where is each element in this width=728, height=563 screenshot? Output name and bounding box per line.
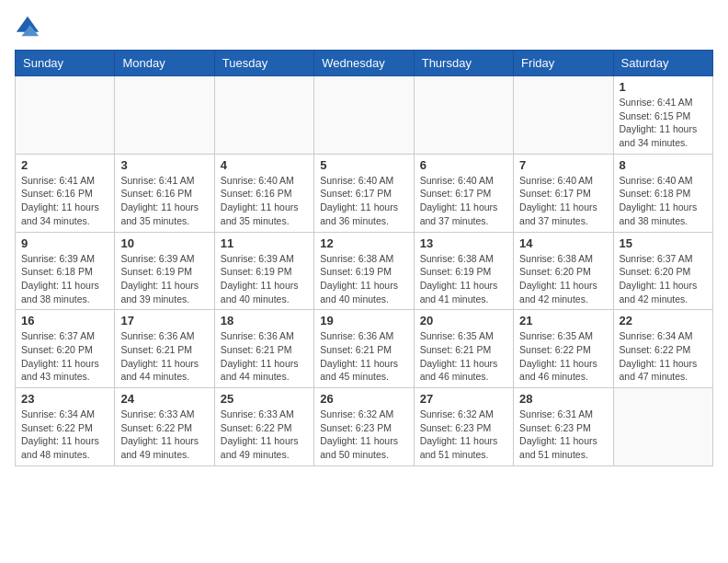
calendar-cell [414, 76, 513, 155]
day-info: Sunrise: 6:41 AM Sunset: 6:16 PM Dayligh… [120, 174, 208, 228]
day-number: 6 [420, 158, 507, 172]
day-number: 21 [519, 314, 607, 327]
day-info: Sunrise: 6:39 AM Sunset: 6:19 PM Dayligh… [120, 252, 208, 306]
calendar-cell: 1Sunrise: 6:41 AM Sunset: 6:15 PM Daylig… [613, 76, 712, 155]
calendar-cell [16, 76, 115, 155]
calendar-cell: 6Sunrise: 6:40 AM Sunset: 6:17 PM Daylig… [414, 154, 513, 232]
day-number: 7 [519, 158, 607, 172]
day-info: Sunrise: 6:34 AM Sunset: 6:22 PM Dayligh… [620, 329, 707, 384]
day-info: Sunrise: 6:31 AM Sunset: 6:23 PM Dayligh… [519, 408, 607, 462]
calendar-cell: 10Sunrise: 6:39 AM Sunset: 6:19 PM Dayli… [115, 232, 214, 310]
day-number: 27 [420, 392, 507, 406]
calendar-cell: 18Sunrise: 6:36 AM Sunset: 6:21 PM Dayli… [214, 310, 313, 388]
day-number: 2 [21, 158, 108, 172]
logo [15, 15, 44, 40]
calendar-cell: 8Sunrise: 6:40 AM Sunset: 6:18 PM Daylig… [613, 154, 712, 232]
day-info: Sunrise: 6:34 AM Sunset: 6:22 PM Dayligh… [21, 408, 108, 462]
day-info: Sunrise: 6:36 AM Sunset: 6:21 PM Dayligh… [221, 329, 308, 384]
calendar-cell: 21Sunrise: 6:35 AM Sunset: 6:22 PM Dayli… [514, 310, 613, 388]
day-number: 15 [620, 236, 707, 250]
day-info: Sunrise: 6:40 AM Sunset: 6:17 PM Dayligh… [420, 174, 507, 228]
day-info: Sunrise: 6:40 AM Sunset: 6:17 PM Dayligh… [519, 174, 607, 228]
calendar-cell: 27Sunrise: 6:32 AM Sunset: 6:23 PM Dayli… [414, 388, 513, 466]
day-number: 10 [120, 236, 208, 250]
calendar-cell: 13Sunrise: 6:38 AM Sunset: 6:19 PM Dayli… [414, 232, 513, 310]
day-info: Sunrise: 6:39 AM Sunset: 6:19 PM Dayligh… [221, 252, 308, 306]
day-number: 17 [120, 314, 208, 327]
day-info: Sunrise: 6:40 AM Sunset: 6:17 PM Dayligh… [320, 174, 407, 228]
calendar-cell [214, 76, 313, 155]
calendar-cell: 2Sunrise: 6:41 AM Sunset: 6:16 PM Daylig… [16, 154, 115, 232]
calendar-cell: 22Sunrise: 6:34 AM Sunset: 6:22 PM Dayli… [613, 310, 712, 388]
day-number: 4 [221, 158, 308, 172]
day-info: Sunrise: 6:32 AM Sunset: 6:23 PM Dayligh… [320, 408, 407, 462]
day-info: Sunrise: 6:36 AM Sunset: 6:21 PM Dayligh… [320, 329, 407, 384]
day-info: Sunrise: 6:33 AM Sunset: 6:22 PM Dayligh… [221, 408, 308, 462]
day-number: 25 [221, 392, 308, 406]
calendar-cell: 3Sunrise: 6:41 AM Sunset: 6:16 PM Daylig… [115, 154, 214, 232]
day-info: Sunrise: 6:41 AM Sunset: 6:15 PM Dayligh… [620, 96, 707, 150]
calendar-cell: 28Sunrise: 6:31 AM Sunset: 6:23 PM Dayli… [514, 388, 613, 466]
day-number: 22 [620, 314, 707, 327]
logo-icon [15, 15, 40, 40]
weekday-header-thursday: Thursday [414, 51, 513, 76]
calendar-cell: 16Sunrise: 6:37 AM Sunset: 6:20 PM Dayli… [16, 310, 115, 388]
calendar-cell: 24Sunrise: 6:33 AM Sunset: 6:22 PM Dayli… [115, 388, 214, 466]
day-number: 24 [120, 392, 208, 406]
calendar-cell: 9Sunrise: 6:39 AM Sunset: 6:18 PM Daylig… [16, 232, 115, 310]
calendar-cell: 23Sunrise: 6:34 AM Sunset: 6:22 PM Dayli… [16, 388, 115, 466]
day-info: Sunrise: 6:38 AM Sunset: 6:20 PM Dayligh… [519, 252, 607, 306]
weekday-header-monday: Monday [115, 51, 214, 76]
day-number: 12 [320, 236, 407, 250]
day-number: 26 [320, 392, 407, 406]
calendar-week-row: 2Sunrise: 6:41 AM Sunset: 6:16 PM Daylig… [16, 154, 713, 232]
weekday-header-tuesday: Tuesday [214, 51, 313, 76]
weekday-header-row: SundayMondayTuesdayWednesdayThursdayFrid… [16, 51, 713, 76]
calendar-week-row: 9Sunrise: 6:39 AM Sunset: 6:18 PM Daylig… [16, 232, 713, 310]
day-info: Sunrise: 6:40 AM Sunset: 6:18 PM Dayligh… [620, 174, 707, 228]
day-number: 3 [120, 158, 208, 172]
day-info: Sunrise: 6:35 AM Sunset: 6:22 PM Dayligh… [519, 329, 607, 384]
calendar-table: SundayMondayTuesdayWednesdayThursdayFrid… [15, 50, 713, 466]
day-info: Sunrise: 6:35 AM Sunset: 6:21 PM Dayligh… [420, 329, 507, 384]
calendar-week-row: 1Sunrise: 6:41 AM Sunset: 6:15 PM Daylig… [16, 76, 713, 155]
day-info: Sunrise: 6:38 AM Sunset: 6:19 PM Dayligh… [320, 252, 407, 306]
calendar-cell: 15Sunrise: 6:37 AM Sunset: 6:20 PM Dayli… [613, 232, 712, 310]
day-number: 20 [420, 314, 507, 327]
calendar-cell: 4Sunrise: 6:40 AM Sunset: 6:16 PM Daylig… [214, 154, 313, 232]
day-number: 28 [519, 392, 607, 406]
calendar-cell: 14Sunrise: 6:38 AM Sunset: 6:20 PM Dayli… [514, 232, 613, 310]
calendar-cell: 12Sunrise: 6:38 AM Sunset: 6:19 PM Dayli… [314, 232, 414, 310]
calendar-cell: 25Sunrise: 6:33 AM Sunset: 6:22 PM Dayli… [214, 388, 313, 466]
day-number: 19 [320, 314, 407, 327]
calendar-cell: 11Sunrise: 6:39 AM Sunset: 6:19 PM Dayli… [214, 232, 313, 310]
day-number: 14 [519, 236, 607, 250]
day-info: Sunrise: 6:40 AM Sunset: 6:16 PM Dayligh… [221, 174, 308, 228]
day-number: 1 [620, 80, 707, 94]
day-number: 16 [21, 314, 108, 327]
day-info: Sunrise: 6:32 AM Sunset: 6:23 PM Dayligh… [420, 408, 507, 462]
weekday-header-friday: Friday [514, 51, 613, 76]
calendar-cell: 19Sunrise: 6:36 AM Sunset: 6:21 PM Dayli… [314, 310, 414, 388]
day-info: Sunrise: 6:37 AM Sunset: 6:20 PM Dayligh… [21, 329, 108, 384]
day-number: 9 [21, 236, 108, 250]
day-number: 5 [320, 158, 407, 172]
calendar-cell [613, 388, 712, 466]
calendar-week-row: 23Sunrise: 6:34 AM Sunset: 6:22 PM Dayli… [16, 388, 713, 466]
calendar-cell [314, 76, 414, 155]
weekday-header-saturday: Saturday [613, 51, 712, 76]
calendar-cell: 26Sunrise: 6:32 AM Sunset: 6:23 PM Dayli… [314, 388, 414, 466]
calendar-cell [115, 76, 214, 155]
calendar-cell: 20Sunrise: 6:35 AM Sunset: 6:21 PM Dayli… [414, 310, 513, 388]
weekday-header-wednesday: Wednesday [314, 51, 414, 76]
day-info: Sunrise: 6:41 AM Sunset: 6:16 PM Dayligh… [21, 174, 108, 228]
day-info: Sunrise: 6:39 AM Sunset: 6:18 PM Dayligh… [21, 252, 108, 306]
day-number: 11 [221, 236, 308, 250]
calendar-cell [514, 76, 613, 155]
day-info: Sunrise: 6:33 AM Sunset: 6:22 PM Dayligh… [120, 408, 208, 462]
weekday-header-sunday: Sunday [16, 51, 115, 76]
day-number: 23 [21, 392, 108, 406]
day-info: Sunrise: 6:37 AM Sunset: 6:20 PM Dayligh… [620, 252, 707, 306]
day-info: Sunrise: 6:36 AM Sunset: 6:21 PM Dayligh… [120, 329, 208, 384]
calendar-cell: 7Sunrise: 6:40 AM Sunset: 6:17 PM Daylig… [514, 154, 613, 232]
